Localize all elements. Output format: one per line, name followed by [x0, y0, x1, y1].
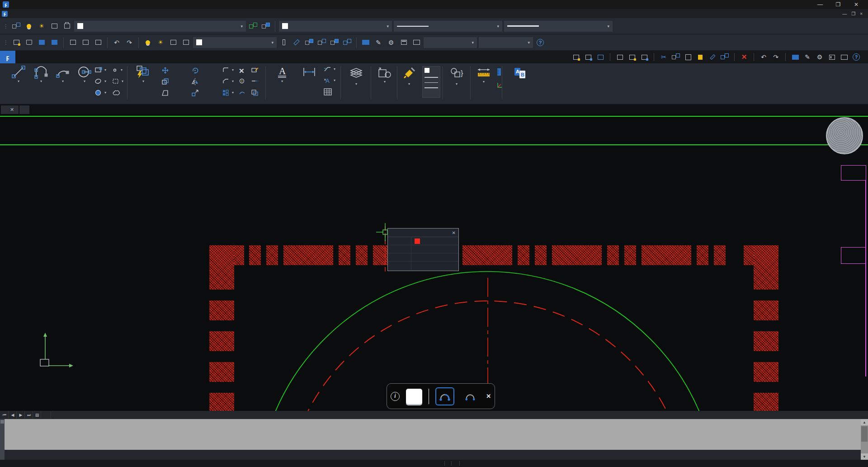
layer-isolate-icon[interactable] [304, 37, 315, 48]
rectangle-button[interactable]: ▾ [95, 67, 106, 73]
copy-icon[interactable] [671, 52, 680, 62]
hotkey-close-icon[interactable]: ✕ [486, 393, 491, 400]
next-layout-icon[interactable]: ▶ [17, 411, 25, 419]
layer-unisolate-icon[interactable] [316, 37, 327, 48]
line-button[interactable]: ▾ [6, 65, 31, 83]
maximize-view-icon[interactable] [840, 52, 849, 62]
hatch-button[interactable]: ▾ [95, 90, 106, 96]
mdi-window-controls[interactable]: — ❐ × [842, 11, 866, 16]
leader-button[interactable]: ▾ [324, 66, 335, 72]
layer-freeze-icon[interactable]: ☀ [36, 21, 47, 32]
layer-on-off-icon[interactable] [24, 21, 34, 32]
erase-button[interactable]: ✕ [239, 67, 245, 75]
insert-block-button[interactable]: ▾ [373, 67, 397, 84]
help-icon[interactable]: ? [852, 52, 861, 62]
layer-state-ok-icon[interactable] [248, 21, 259, 32]
scroll-thumb[interactable] [861, 426, 868, 442]
visual-style-select[interactable]: ▾ [424, 37, 477, 48]
eyedropper-icon[interactable] [708, 52, 717, 62]
fillet-button[interactable]: ▾ [222, 67, 234, 73]
dwg-compare-button[interactable]: A B [507, 67, 533, 81]
scroll-down-icon[interactable]: ▼ [861, 453, 868, 460]
close-tab-icon[interactable]: ✕ [10, 107, 14, 113]
structure-panel-icon[interactable] [827, 52, 836, 62]
rotate-button[interactable] [192, 67, 201, 74]
pin-icon[interactable] [278, 37, 289, 48]
stretch-button[interactable] [162, 90, 171, 96]
lineweight-select[interactable]: ▾ [504, 21, 613, 32]
print-icon[interactable] [80, 37, 91, 48]
layer-on-off-icon[interactable] [142, 37, 153, 48]
open-file-icon[interactable] [584, 52, 593, 62]
redo-icon[interactable]: ↷ [771, 52, 780, 62]
print-icon[interactable] [627, 52, 637, 62]
layer-settings-icon[interactable] [11, 21, 22, 32]
match-properties-icon[interactable] [696, 52, 705, 62]
prev-layout-icon[interactable]: ◀ [9, 411, 17, 419]
mdi-restore-icon[interactable]: ❐ [851, 11, 855, 16]
copy-guided-button[interactable]: ▾ [130, 65, 156, 83]
new-document-tab-button[interactable] [19, 105, 29, 114]
undo-icon[interactable]: ↶ [111, 37, 122, 48]
properties-panel-icon[interactable] [398, 37, 409, 48]
new-file-icon[interactable] [571, 52, 580, 62]
select-icon[interactable] [720, 52, 729, 62]
layer-lock-icon[interactable] [168, 37, 179, 48]
print-preview-icon[interactable] [67, 37, 78, 48]
arc-option-alt[interactable] [461, 387, 480, 405]
chamfer-button[interactable]: ▾ [222, 78, 234, 84]
layer-plot-icon[interactable] [180, 37, 191, 48]
last-layout-icon[interactable]: ⏭ [25, 411, 33, 419]
minimize-button[interactable]: — [811, 0, 829, 9]
clean-screen-icon[interactable]: ✎ [803, 52, 812, 62]
copy-button[interactable] [162, 78, 171, 85]
arc-option-selected[interactable] [435, 387, 454, 405]
array-button[interactable]: ▾ [222, 90, 234, 96]
layer-lock-icon[interactable] [49, 21, 60, 32]
layer-select-2[interactable]: ▾ [193, 37, 277, 48]
offset-button[interactable] [251, 90, 259, 96]
match-button[interactable]: ▾ [399, 67, 420, 86]
command-input[interactable] [5, 450, 868, 460]
polyline-button[interactable]: ▾ [29, 65, 53, 83]
ribbon-tab[interactable] [15, 51, 28, 63]
first-layout-icon[interactable]: ⏮ [1, 411, 9, 419]
angle-button[interactable] [496, 68, 502, 76]
save-as-icon[interactable] [49, 37, 60, 48]
eyedropper-icon[interactable] [291, 37, 302, 48]
tooltip-close-icon[interactable]: ✕ [452, 230, 456, 235]
help-icon[interactable]: ? [535, 37, 546, 48]
ellipse-button[interactable]: ▾ [95, 78, 106, 84]
save-icon[interactable] [596, 52, 605, 62]
mdi-minimize-icon[interactable]: — [842, 11, 847, 16]
close-button[interactable]: ✕ [847, 0, 865, 9]
arc-button[interactable]: ▾ [51, 65, 75, 83]
multiline-text-button[interactable]: A ▾ [269, 65, 296, 83]
dimension-button[interactable] [297, 65, 322, 80]
linetype-select[interactable]: ▾ [394, 21, 502, 32]
text-style-button[interactable]: A▾ [324, 77, 335, 84]
scale-button[interactable] [192, 90, 201, 96]
explode-button[interactable] [239, 78, 245, 84]
distance-button[interactable]: ▾ [472, 67, 495, 84]
save-icon[interactable] [36, 37, 47, 48]
info-icon[interactable]: i [391, 392, 400, 401]
mirror-button[interactable] [192, 78, 201, 85]
move-button[interactable] [162, 67, 171, 74]
command-panel-grip[interactable] [0, 419, 5, 460]
cut-icon[interactable]: ✂ [659, 52, 668, 62]
color-select[interactable]: ▾ [279, 21, 392, 32]
menu-item[interactable] [9, 9, 17, 18]
point-button[interactable]: ▾ [112, 67, 123, 73]
group-button[interactable]: } ▾ [444, 67, 469, 86]
toolbar-grip[interactable]: ⋮ [2, 39, 9, 46]
ribbon-app-icon[interactable]: ϝ [0, 51, 15, 63]
redo-icon[interactable]: ↷ [124, 37, 135, 48]
document-tab[interactable]: ✕ [1, 105, 19, 114]
settings-gear-icon[interactable]: ⚙ [386, 37, 396, 48]
publish-icon[interactable] [640, 52, 649, 62]
open-file-icon[interactable] [24, 37, 34, 48]
maximize-button[interactable]: ❐ [829, 0, 847, 9]
edit-polyline-button[interactable] [251, 67, 259, 73]
layer-new-icon[interactable] [260, 21, 271, 32]
